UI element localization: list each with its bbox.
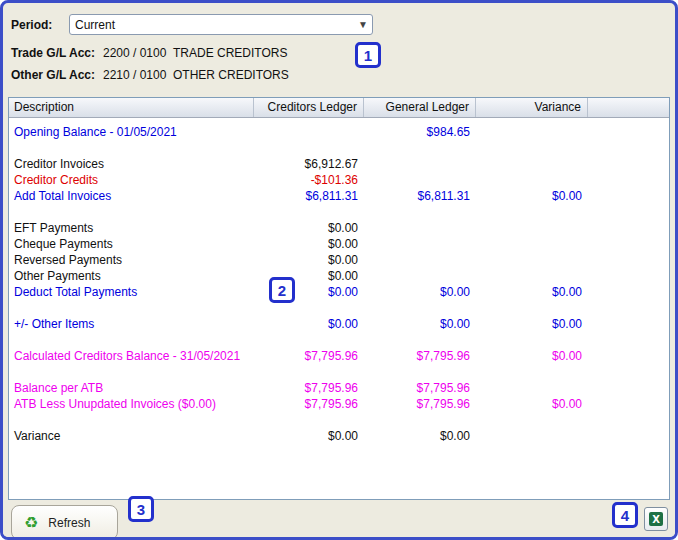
cell-creditors-ledger: $6,811.31 (254, 188, 364, 204)
chevron-down-icon[interactable]: ▼ (354, 15, 372, 34)
cell-creditors-ledger: $7,795.96 (254, 380, 364, 396)
export-to-excel-button[interactable]: X (644, 507, 668, 531)
cell-general-ledger: $0.00 (364, 316, 476, 332)
table-row: Calculated Creditors Balance - 31/05/202… (9, 348, 669, 364)
cell-creditors-ledger (254, 124, 364, 140)
other-gl-code: 2210 (103, 68, 133, 82)
table-row (9, 140, 669, 156)
cell-creditors-ledger: $0.00 (254, 220, 364, 236)
cell-variance (476, 268, 588, 284)
grid-body: Opening Balance - 01/05/2021$984.65Credi… (9, 118, 669, 499)
cell-creditors-ledger (254, 204, 364, 220)
table-row: Creditor Credits-$101.36 (9, 172, 669, 188)
other-gl-name: OTHER CREDITORS (173, 68, 675, 82)
table-row: Deduct Total Payments$0.00$0.00$0.00 (9, 284, 669, 300)
annotation-badge-4: 4 (612, 502, 638, 528)
cell-description: Creditor Invoices (9, 156, 254, 172)
cell-creditors-ledger: $0.00 (254, 428, 364, 444)
table-row: EFT Payments$0.00 (9, 220, 669, 236)
reconciliation-grid: Description Creditors Ledger General Led… (8, 97, 670, 500)
annotation-badge-2: 2 (269, 277, 295, 303)
cell-variance: $0.00 (476, 188, 588, 204)
trade-gl-account-row: Trade G/L Acc: 2200 / 0100 TRADE CREDITO… (3, 44, 675, 62)
footer-bar: ♻ Refresh X (3, 500, 675, 537)
cell-creditors-ledger: $7,795.96 (254, 396, 364, 412)
period-row: Period: Current ▼ (3, 14, 675, 35)
cell-creditors-ledger: $0.00 (254, 316, 364, 332)
cell-variance (476, 300, 588, 316)
cell-general-ledger (364, 364, 476, 380)
trade-gl-name: TRADE CREDITORS (173, 46, 675, 60)
cell-description (9, 300, 254, 316)
trade-gl-branch: / 0100 (133, 46, 173, 60)
column-header-description: Description (9, 98, 254, 117)
cell-variance (476, 140, 588, 156)
table-row: Variance$0.00$0.00 (9, 428, 669, 444)
table-row: Creditor Invoices$6,912.67 (9, 156, 669, 172)
annotation-badge-3: 3 (128, 496, 154, 522)
column-header-general-ledger: General Ledger (364, 98, 476, 117)
cell-general-ledger (364, 300, 476, 316)
cell-creditors-ledger (254, 140, 364, 156)
cell-description (9, 204, 254, 220)
cell-general-ledger (364, 156, 476, 172)
cell-variance (476, 236, 588, 252)
table-row: Other Payments$0.00 (9, 268, 669, 284)
filter-panel: Period: Current ▼ Trade G/L Acc: 2200 / … (3, 3, 675, 97)
other-gl-branch: / 0100 (133, 68, 173, 82)
cell-variance (476, 220, 588, 236)
refresh-button[interactable]: ♻ Refresh (11, 505, 118, 540)
cell-general-ledger (364, 220, 476, 236)
cell-creditors-ledger (254, 332, 364, 348)
column-header-filler (588, 98, 669, 117)
table-row: Add Total Invoices$6,811.31$6,811.31$0.0… (9, 188, 669, 204)
cell-variance (476, 332, 588, 348)
cell-variance (476, 172, 588, 188)
cell-general-ledger (364, 268, 476, 284)
cell-description: Reversed Payments (9, 252, 254, 268)
cell-creditors-ledger: $7,795.96 (254, 348, 364, 364)
table-row: +/- Other Items$0.00$0.00$0.00 (9, 316, 669, 332)
cell-variance: $0.00 (476, 284, 588, 300)
cell-description (9, 412, 254, 428)
table-row: Cheque Payments$0.00 (9, 236, 669, 252)
cell-general-ledger: $7,795.96 (364, 380, 476, 396)
cell-description: Creditor Credits (9, 172, 254, 188)
cell-description (9, 364, 254, 380)
table-row (9, 412, 669, 428)
cell-variance (476, 156, 588, 172)
cell-creditors-ledger (254, 364, 364, 380)
cell-general-ledger (364, 332, 476, 348)
cell-description: Other Payments (9, 268, 254, 284)
cell-general-ledger: $7,795.96 (364, 348, 476, 364)
refresh-icon: ♻ (24, 515, 38, 531)
cell-general-ledger: $984.65 (364, 124, 476, 140)
creditors-reconciliation-screen: Period: Current ▼ Trade G/L Acc: 2200 / … (0, 0, 678, 540)
cell-general-ledger: $0.00 (364, 428, 476, 444)
cell-variance (476, 412, 588, 428)
cell-description: Calculated Creditors Balance - 31/05/202… (9, 348, 254, 364)
cell-description (9, 140, 254, 156)
refresh-button-label: Refresh (48, 516, 90, 530)
column-header-variance: Variance (476, 98, 588, 117)
cell-general-ledger (364, 172, 476, 188)
other-gl-label: Other G/L Acc: (11, 68, 103, 82)
cell-variance (476, 380, 588, 396)
cell-creditors-ledger (254, 300, 364, 316)
cell-general-ledger (364, 412, 476, 428)
cell-description: Balance per ATB (9, 380, 254, 396)
trade-gl-label: Trade G/L Acc: (11, 46, 103, 60)
cell-variance (476, 124, 588, 140)
period-dropdown[interactable]: Current ▼ (69, 14, 373, 35)
cell-general-ledger (364, 140, 476, 156)
cell-description: Cheque Payments (9, 236, 254, 252)
table-row: ATB Less Unupdated Invoices ($0.00)$7,79… (9, 396, 669, 412)
cell-description: Add Total Invoices (9, 188, 254, 204)
cell-creditors-ledger: $0.00 (254, 252, 364, 268)
cell-variance (476, 204, 588, 220)
table-row: Reversed Payments$0.00 (9, 252, 669, 268)
cell-variance (476, 364, 588, 380)
cell-general-ledger: $6,811.31 (364, 188, 476, 204)
cell-creditors-ledger (254, 412, 364, 428)
svg-text:X: X (652, 514, 660, 525)
